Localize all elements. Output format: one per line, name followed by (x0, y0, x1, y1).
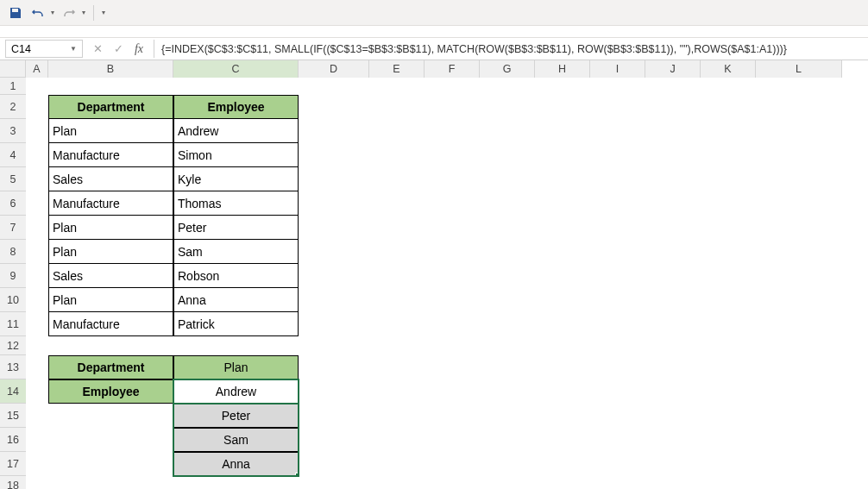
row-header-4[interactable]: 4 (0, 143, 26, 167)
cell-C15[interactable]: Peter (173, 404, 299, 428)
row-header-2[interactable]: 2 (0, 95, 26, 119)
undo-button[interactable] (28, 3, 48, 23)
cell-C8[interactable]: Sam (173, 240, 299, 264)
column-header-L[interactable]: L (756, 60, 842, 78)
formula-input[interactable] (154, 38, 868, 60)
cell-C5[interactable]: Kyle (173, 167, 299, 191)
select-all-corner[interactable] (0, 60, 26, 78)
customize-qat[interactable]: ▾ (97, 9, 110, 16)
cell-B3[interactable]: Plan (48, 119, 173, 143)
column-header-G[interactable]: G (480, 60, 535, 78)
name-box-dropdown-icon[interactable]: ▼ (70, 45, 77, 53)
cell-C7[interactable]: Peter (173, 216, 299, 240)
ribbon-strip (0, 26, 868, 38)
cell-C6[interactable]: Thomas (173, 191, 299, 216)
cell-C4[interactable]: Simon (173, 143, 299, 167)
row-header-1[interactable]: 1 (0, 78, 26, 95)
cell-B2[interactable]: Department (48, 95, 173, 119)
row-header-13[interactable]: 13 (0, 355, 26, 379)
row-header-7[interactable]: 7 (0, 216, 26, 240)
row-header-11[interactable]: 11 (0, 312, 26, 336)
row-header-15[interactable]: 15 (0, 404, 26, 428)
cell-C16[interactable]: Sam (173, 428, 299, 452)
cell-B5[interactable]: Sales (48, 167, 173, 191)
redo-dropdown[interactable]: ▾ (79, 9, 88, 16)
row-header-8[interactable]: 8 (0, 240, 26, 264)
enter-formula-icon[interactable]: ✓ (112, 42, 124, 55)
cell-B6[interactable]: Manufacture (48, 191, 173, 216)
redo-button[interactable] (59, 3, 79, 23)
save-button[interactable] (5, 3, 26, 23)
formula-bar-buttons: ✕ ✓ fx (83, 40, 154, 58)
row-header-10[interactable]: 10 (0, 288, 26, 312)
column-header-K[interactable]: K (701, 60, 756, 78)
cell-C3[interactable]: Andrew (173, 119, 299, 143)
column-headers: ABCDEFGHIJKL (26, 60, 842, 78)
column-header-H[interactable]: H (535, 60, 590, 78)
qat-separator (93, 5, 94, 21)
cell-C11[interactable]: Patrick (173, 312, 299, 336)
name-box[interactable]: C14 ▼ (5, 40, 83, 58)
cancel-formula-icon[interactable]: ✕ (91, 42, 104, 55)
column-header-C[interactable]: C (173, 60, 299, 78)
row-header-9[interactable]: 9 (0, 264, 26, 288)
cell-C9[interactable]: Robson (173, 264, 299, 288)
column-header-D[interactable]: D (299, 60, 369, 78)
column-header-J[interactable]: J (645, 60, 701, 78)
cell-C13[interactable]: Plan (173, 355, 299, 379)
fill-handle[interactable] (295, 473, 300, 478)
column-header-F[interactable]: F (425, 60, 480, 78)
cell-C10[interactable]: Anna (173, 288, 299, 312)
column-header-I[interactable]: I (590, 60, 645, 78)
cell-B7[interactable]: Plan (48, 216, 173, 240)
column-header-B[interactable]: B (48, 60, 173, 78)
column-header-A[interactable]: A (26, 60, 48, 78)
cell-B8[interactable]: Plan (48, 240, 173, 264)
cell-C2[interactable]: Employee (173, 95, 299, 119)
cell-C14[interactable]: Andrew (173, 379, 299, 404)
cell-B9[interactable]: Sales (48, 264, 173, 288)
formula-bar: C14 ▼ ✕ ✓ fx (0, 38, 868, 60)
spreadsheet-grid[interactable]: ABCDEFGHIJKL 123456789101112131415161718… (0, 60, 868, 489)
name-box-value: C14 (11, 43, 31, 55)
cell-B13[interactable]: Department (48, 355, 173, 379)
cell-B11[interactable]: Manufacture (48, 312, 173, 336)
column-header-E[interactable]: E (369, 60, 425, 78)
cell-B4[interactable]: Manufacture (48, 143, 173, 167)
undo-dropdown[interactable]: ▾ (48, 9, 57, 16)
row-header-3[interactable]: 3 (0, 119, 26, 143)
row-header-17[interactable]: 17 (0, 452, 26, 476)
insert-function-button[interactable]: fx (133, 42, 145, 56)
cell-B14[interactable]: Employee (48, 379, 173, 404)
row-header-6[interactable]: 6 (0, 191, 26, 216)
row-headers: 123456789101112131415161718 (0, 78, 26, 489)
row-header-5[interactable]: 5 (0, 167, 26, 191)
row-header-14[interactable]: 14 (0, 379, 26, 404)
cell-C17[interactable]: Anna (173, 452, 299, 476)
cell-B10[interactable]: Plan (48, 288, 173, 312)
row-header-12[interactable]: 12 (0, 336, 26, 355)
quick-access-toolbar: ▾ ▾ ▾ (0, 0, 868, 26)
row-header-16[interactable]: 16 (0, 428, 26, 452)
row-header-18[interactable]: 18 (0, 476, 26, 489)
